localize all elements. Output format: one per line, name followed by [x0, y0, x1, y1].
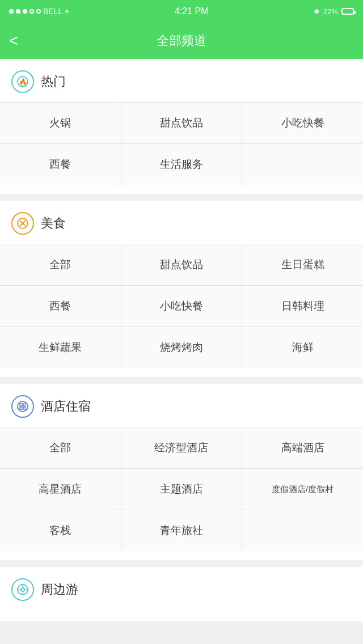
svg-rect-8 — [20, 407, 22, 409]
hot-item-shenghuo[interactable]: 生活服务 — [121, 144, 242, 185]
navigation-bar: < 全部频道 — [0, 23, 363, 59]
hotel-item-theme[interactable]: 主题酒店 — [121, 469, 242, 510]
food-item-birthday[interactable]: 生日蛋糕 — [242, 244, 363, 285]
carrier-label: BELL — [43, 7, 62, 16]
hotel-item-hostel[interactable]: 青年旅社 — [121, 510, 242, 551]
page-title: 全部频道 — [157, 32, 206, 49]
hotel-item-empty — [242, 510, 363, 551]
section-hotel-title: 酒店住宿 — [41, 398, 91, 415]
status-right: ✸ 22% — [314, 7, 354, 16]
food-item-tiandian[interactable]: 甜点饮品 — [121, 244, 242, 285]
section-food-title: 美食 — [41, 215, 66, 232]
food-item-xican[interactable]: 西餐 — [0, 286, 121, 327]
signal-dot-2 — [16, 9, 20, 14]
bluetooth-icon: ✸ — [314, 7, 320, 16]
food-item-shaokao[interactable]: 烧烤烤肉 — [121, 327, 242, 368]
hot-grid: 火锅 甜点饮品 小吃快餐 西餐 生活服务 — [0, 102, 363, 185]
section-hotel-header: 酒店住宿 — [0, 384, 363, 427]
status-time: 4:21 PM — [175, 6, 209, 16]
svg-rect-7 — [23, 404, 26, 406]
wifi-icon: ⌖ — [65, 7, 69, 16]
signal-dot-5 — [36, 9, 41, 14]
battery-icon — [341, 8, 354, 15]
hotel-item-luxury[interactable]: 高端酒店 — [242, 427, 363, 468]
section-hot: 🔥 热门 火锅 甜点饮品 小吃快餐 西餐 生活服务 — [0, 59, 363, 194]
section-travel: 周边游 — [0, 567, 363, 621]
hotel-item-all[interactable]: 全部 — [0, 427, 121, 468]
hotel-icon — [11, 395, 34, 418]
hot-icon: 🔥 — [11, 70, 34, 93]
food-item-xiaochi[interactable]: 小吃快餐 — [121, 286, 242, 327]
hot-item-xiaochi[interactable]: 小吃快餐 — [242, 103, 363, 143]
back-button[interactable]: < — [9, 32, 18, 50]
food-item-haixian[interactable]: 海鲜 — [242, 327, 363, 368]
section-food-header: 美食 — [0, 201, 363, 244]
food-grid: 全部 甜点饮品 生日蛋糕 西餐 小吃快餐 日韩料理 生鲜蔬果 烧烤烤肉 海鲜 — [0, 244, 363, 368]
hotel-grid: 全部 经济型酒店 高端酒店 高星酒店 主题酒店 度假酒店/度假村 客栈 青年旅社 — [0, 427, 363, 551]
signal-dot-4 — [29, 9, 34, 14]
food-item-rihan[interactable]: 日韩料理 — [242, 286, 363, 327]
hotel-item-economy[interactable]: 经济型酒店 — [121, 427, 242, 468]
hotel-item-inn[interactable]: 客栈 — [0, 510, 121, 551]
status-left: BELL ⌖ — [9, 7, 69, 16]
section-hotel: 酒店住宿 全部 经济型酒店 高端酒店 高星酒店 主题酒店 度假酒店/度假村 客栈… — [0, 384, 363, 560]
section-travel-header: 周边游 — [0, 567, 363, 610]
status-bar: BELL ⌖ 4:21 PM ✸ 22% — [0, 0, 363, 23]
svg-text:🔥: 🔥 — [19, 78, 27, 86]
food-icon — [11, 212, 34, 235]
hotel-item-resort[interactable]: 度假酒店/度假村 — [242, 469, 363, 510]
svg-point-11 — [21, 588, 24, 591]
section-hot-header: 🔥 热门 — [0, 59, 363, 102]
section-food: 美食 全部 甜点饮品 生日蛋糕 西餐 小吃快餐 日韩料理 生鲜蔬果 烧烤烤肉 海… — [0, 201, 363, 377]
svg-rect-9 — [23, 407, 26, 409]
svg-point-5 — [18, 401, 28, 412]
hot-item-xican[interactable]: 西餐 — [0, 144, 121, 185]
svg-rect-6 — [20, 404, 22, 406]
food-item-all[interactable]: 全部 — [0, 244, 121, 285]
section-travel-title: 周边游 — [41, 581, 78, 598]
travel-icon — [11, 578, 34, 601]
section-hot-title: 热门 — [41, 73, 66, 90]
hot-item-huoguo[interactable]: 火锅 — [0, 103, 121, 143]
battery-percent: 22% — [323, 7, 338, 16]
hot-item-tiandian[interactable]: 甜点饮品 — [121, 103, 242, 143]
signal-dot-1 — [9, 9, 14, 14]
signal-dot-3 — [23, 9, 27, 14]
hotel-item-star[interactable]: 高星酒店 — [0, 469, 121, 510]
content-area: 🔥 热门 火锅 甜点饮品 小吃快餐 西餐 生活服务 美食 — [0, 59, 363, 621]
food-item-shengxian[interactable]: 生鲜蔬果 — [0, 327, 121, 368]
hot-item-empty1 — [242, 144, 363, 185]
